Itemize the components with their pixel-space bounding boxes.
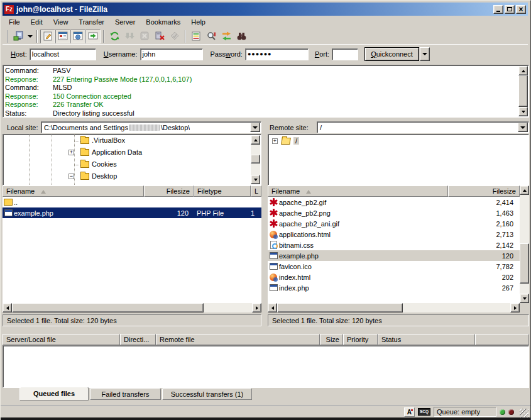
disconnect-button[interactable]: [152, 30, 167, 43]
directory-comparison-button[interactable]: [189, 30, 204, 43]
refresh-button[interactable]: [107, 30, 122, 43]
tab-queued-files[interactable]: Queued files: [19, 387, 89, 401]
synchronized-browsing-button[interactable]: [219, 30, 234, 43]
menu-help[interactable]: Help: [186, 16, 211, 28]
scroll-down-button[interactable]: [518, 107, 528, 116]
local-list-hscrollbar[interactable]: [3, 303, 261, 312]
log-line: Response:227 Entering Passive Mode (127,…: [5, 75, 517, 84]
sort-ascending-icon: [41, 187, 46, 194]
close-button[interactable]: ×: [516, 5, 526, 14]
file-row[interactable]: index.php267: [268, 282, 520, 293]
toggle-local-tree-button[interactable]: [55, 30, 70, 43]
scroll-thumb[interactable]: [12, 303, 204, 312]
scroll-thumb[interactable]: [277, 303, 403, 312]
quickconnect-button[interactable]: Quickconnect: [364, 47, 419, 61]
cancel-operation-button[interactable]: [137, 30, 152, 43]
minimize-button[interactable]: [493, 5, 503, 14]
password-input[interactable]: ●●●●●●: [245, 48, 309, 60]
scroll-up-button[interactable]: [251, 135, 260, 145]
tree-item-virtualbox[interactable]: .VirtualBox: [3, 135, 261, 147]
tree-item-root[interactable]: + /: [268, 136, 528, 148]
menu-transfer[interactable]: Transfer: [74, 16, 110, 28]
column-header-direction[interactable]: Directi...: [120, 334, 156, 345]
quickconnect-dropdown-button[interactable]: [420, 47, 430, 61]
maximize-button[interactable]: [505, 5, 515, 14]
toggle-message-log-button[interactable]: [40, 30, 55, 43]
filter-button[interactable]: [204, 30, 219, 43]
synchronized-browsing-icon: [221, 31, 232, 41]
column-header-remote-file[interactable]: Remote file: [156, 334, 320, 345]
tab-failed-transfers[interactable]: Failed transfers: [90, 388, 161, 400]
expand-plus-icon[interactable]: +: [68, 150, 74, 155]
process-queue-button[interactable]: [122, 30, 137, 43]
file-row[interactable]: apache_pb2.gif2,414: [268, 197, 520, 207]
tree-item-cookies[interactable]: Cookies: [3, 159, 261, 171]
remote-list-hscrollbar[interactable]: [268, 303, 520, 312]
scroll-down-button[interactable]: [520, 294, 529, 303]
tree-item-application-data[interactable]: + Application Data: [3, 147, 261, 159]
scroll-thumb[interactable]: [251, 155, 260, 163]
scroll-up-button[interactable]: [518, 66, 528, 75]
scroll-right-button[interactable]: [510, 303, 520, 312]
username-input[interactable]: john: [140, 48, 203, 60]
file-row[interactable]: bitnami.css2,142: [268, 240, 520, 250]
scroll-down-button[interactable]: [251, 175, 260, 184]
file-row-example-php[interactable]: example.php 120 PHP File 1: [3, 207, 261, 218]
file-row[interactable]: favicon.ico7,782: [268, 261, 520, 272]
column-header-filesize[interactable]: Filesize: [448, 185, 520, 197]
column-header-size[interactable]: Size: [320, 334, 343, 345]
toggle-transfer-queue-button[interactable]: [85, 30, 101, 43]
file-row-parent-dir[interactable]: ..: [3, 197, 261, 207]
remote-site-dropdown-button[interactable]: [518, 123, 528, 132]
collapse-minus-icon[interactable]: −: [68, 174, 74, 179]
file-row-example-php[interactable]: example.php120: [268, 250, 520, 261]
scroll-left-button[interactable]: [3, 303, 12, 312]
log-scrollbar[interactable]: [518, 66, 528, 116]
menu-view[interactable]: View: [48, 16, 74, 28]
column-header-filetype[interactable]: Filetype: [194, 185, 251, 197]
column-header-lastmodified[interactable]: L: [251, 185, 261, 197]
tab-successful-transfers[interactable]: Successful transfers (1): [162, 388, 252, 400]
port-input[interactable]: [332, 48, 358, 60]
column-header-filename[interactable]: Filename: [268, 185, 448, 197]
local-tree-scrollbar[interactable]: [251, 135, 260, 184]
remote-list-scrollbar[interactable]: [520, 185, 529, 303]
local-site-dropdown-button[interactable]: [250, 123, 260, 132]
column-header-filesize[interactable]: Filesize: [144, 185, 194, 197]
find-files-button[interactable]: [234, 30, 249, 43]
column-header-status[interactable]: Status: [378, 334, 475, 345]
html-file-icon: [270, 274, 277, 281]
column-header-server-local-file[interactable]: Server/Local file: [3, 334, 120, 345]
queue-list[interactable]: [3, 345, 529, 388]
local-site-combo[interactable]: C:\Documents and Settings\Desktop\: [41, 121, 261, 133]
tree-item-desktop[interactable]: − Desktop: [3, 171, 261, 183]
remote-list-header: Filename Filesize: [268, 185, 520, 197]
queue-status: Queue: empty: [434, 407, 496, 417]
menu-bookmarks[interactable]: Bookmarks: [141, 16, 186, 28]
site-manager-button[interactable]: [11, 30, 26, 43]
scroll-thumb[interactable]: [518, 75, 528, 107]
scroll-up-button[interactable]: [520, 185, 529, 195]
file-row[interactable]: applications.html2,713: [268, 229, 520, 240]
site-manager-dropdown-button[interactable]: [26, 30, 34, 43]
expand-plus-icon[interactable]: +: [272, 138, 278, 144]
folder-icon: [80, 149, 89, 156]
local-path: C:\Documents and Settings\Desktop\: [44, 124, 190, 131]
host-input[interactable]: localhost: [30, 48, 96, 60]
column-header-priority[interactable]: Priority: [343, 334, 378, 345]
scroll-right-button[interactable]: [252, 303, 261, 312]
menu-file[interactable]: File: [4, 16, 26, 28]
reconnect-button[interactable]: [167, 30, 182, 43]
file-row[interactable]: apache_pb2_ani.gif2,160: [268, 218, 520, 229]
toggle-remote-tree-button[interactable]: [70, 30, 85, 43]
queue-header: Server/Local file Directi... Remote file…: [3, 334, 529, 345]
resize-grip[interactable]: [520, 409, 528, 417]
scroll-left-button[interactable]: [268, 303, 277, 312]
file-row[interactable]: apache_pb2.png1,463: [268, 207, 520, 218]
menu-edit[interactable]: Edit: [26, 16, 48, 28]
file-row[interactable]: index.html202: [268, 272, 520, 282]
scroll-thumb[interactable]: [520, 243, 529, 284]
menu-server[interactable]: Server: [110, 16, 141, 28]
remote-site-combo[interactable]: /: [317, 121, 529, 133]
column-header-filename[interactable]: Filename: [3, 185, 144, 197]
